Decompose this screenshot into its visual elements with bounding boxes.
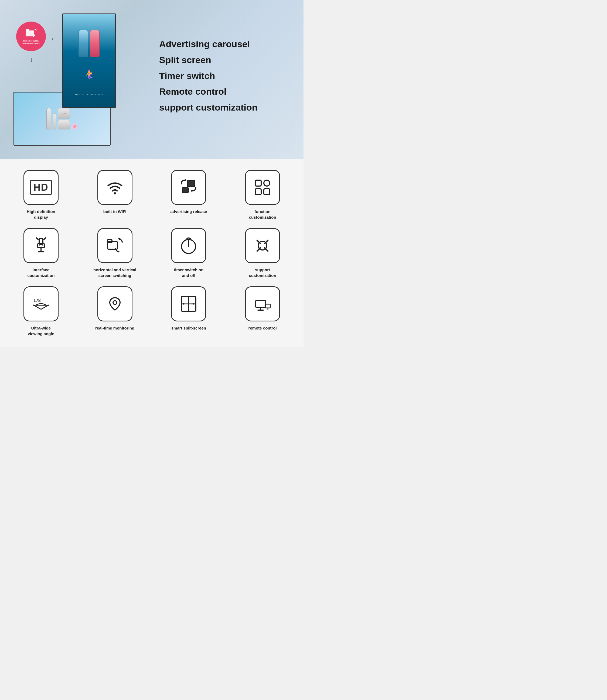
svg-line-34 bbox=[34, 305, 41, 309]
item-interface: interfacecustomization bbox=[5, 228, 77, 278]
svg-rect-11 bbox=[255, 189, 261, 195]
hd-text: HD bbox=[30, 180, 52, 195]
svg-rect-9 bbox=[255, 180, 261, 186]
rotation-icon: screen rotation/orientation switch bbox=[16, 22, 46, 51]
label-advertising: advertising release bbox=[170, 209, 207, 214]
item-hd-display: HD High-definitiondisplay bbox=[5, 170, 77, 220]
cosmetic-jar: Q10 bbox=[58, 108, 70, 119]
item-advertising: advertising release bbox=[153, 170, 225, 220]
svg-point-39 bbox=[113, 301, 117, 304]
item-screen-switch: horizontal and verticalscreen switching bbox=[79, 228, 150, 278]
svg-rect-12 bbox=[264, 189, 270, 195]
monitoring-icon bbox=[105, 294, 124, 313]
icon-split bbox=[171, 286, 206, 322]
label-screen-switch: horizontal and verticalscreen switching bbox=[93, 267, 136, 278]
wifi-icon bbox=[105, 178, 124, 197]
bottle-blue bbox=[79, 30, 88, 57]
svg-marker-7 bbox=[185, 179, 187, 181]
label-hd-display: High-definitiondisplay bbox=[27, 209, 55, 220]
svg-rect-1 bbox=[26, 29, 29, 31]
arrow-down: ↓ bbox=[30, 55, 34, 64]
svg-point-32 bbox=[264, 243, 266, 244]
svg-line-14 bbox=[37, 238, 38, 239]
remote-icon bbox=[253, 294, 272, 313]
item-monitoring: real-time monitoring bbox=[79, 286, 150, 336]
rotation-symbol bbox=[26, 28, 37, 39]
icon-hd-display: HD bbox=[23, 170, 59, 205]
svg-rect-5 bbox=[187, 181, 195, 187]
top-section: screen rotation/orientation switch → 🧜‍♀… bbox=[0, 0, 304, 159]
label-viewing: Ultra-wideviewing angle bbox=[28, 325, 54, 336]
rotation-label: screen rotation/orientation switch bbox=[22, 40, 40, 45]
icon-remote bbox=[245, 286, 280, 322]
top-left-visual: screen rotation/orientation switch → 🧜‍♀… bbox=[8, 11, 148, 146]
timer-icon bbox=[179, 236, 198, 255]
label-monitoring: real-time monitoring bbox=[95, 325, 134, 331]
svg-line-15 bbox=[44, 238, 46, 239]
svg-text:178°: 178° bbox=[34, 298, 42, 303]
svg-marker-49 bbox=[182, 303, 184, 305]
svg-rect-0 bbox=[26, 30, 34, 37]
svg-marker-47 bbox=[188, 298, 189, 299]
label-wifi: built-in WIFI bbox=[103, 209, 127, 214]
label-remote: remote control bbox=[249, 325, 277, 331]
cosmetic-jar-2 bbox=[58, 120, 70, 129]
icon-monitoring bbox=[98, 286, 132, 322]
label-split: smart split-screen bbox=[171, 325, 206, 331]
flower-icon: 🌸 bbox=[71, 123, 78, 129]
support-icon bbox=[253, 236, 272, 255]
feature-3: Timer switch bbox=[159, 70, 295, 82]
bottle-pink bbox=[90, 30, 100, 57]
feature-1: Advertising carousel bbox=[159, 39, 295, 50]
item-viewing: 178° Ultra-wideviewing angle bbox=[5, 286, 77, 336]
item-wifi: built-in WIFI bbox=[79, 170, 150, 220]
svg-line-35 bbox=[41, 305, 48, 309]
icon-function bbox=[245, 170, 280, 205]
svg-rect-10 bbox=[264, 180, 270, 186]
svg-rect-6 bbox=[182, 188, 188, 193]
aquatic-text: AQUATIC LINE COLLECTION bbox=[75, 94, 103, 95]
feature-4: Remote control bbox=[159, 86, 295, 97]
icon-screen-switch bbox=[98, 228, 132, 263]
svg-marker-48 bbox=[188, 309, 189, 310]
svg-point-4 bbox=[114, 192, 116, 194]
svg-marker-8 bbox=[190, 190, 192, 192]
item-function: functioncustomization bbox=[227, 170, 298, 220]
icon-support bbox=[245, 228, 280, 263]
label-support: supportcustomization bbox=[249, 267, 276, 278]
svg-marker-50 bbox=[193, 303, 195, 305]
feature-list: Advertising carousel Split screen Timer … bbox=[159, 39, 295, 113]
svg-point-30 bbox=[264, 247, 266, 248]
icon-interface bbox=[23, 228, 59, 263]
item-timer: timer switch onand off bbox=[153, 228, 225, 278]
icon-timer bbox=[171, 228, 206, 263]
icon-grid: HD High-definitiondisplay built-in WIFI bbox=[5, 170, 298, 336]
arrow-right: → bbox=[47, 35, 55, 43]
viewing-icon: 178° bbox=[32, 294, 50, 313]
icon-wifi bbox=[98, 170, 132, 205]
feature-2: Split screen bbox=[159, 54, 295, 66]
item-split: smart split-screen bbox=[153, 286, 225, 336]
svg-rect-51 bbox=[256, 300, 266, 307]
advertising-icon bbox=[179, 178, 198, 197]
vertical-screen: 🧜‍♀️ AQUATIC LINE COLLECTION bbox=[62, 14, 116, 108]
bottom-section: HD High-definitiondisplay built-in WIFI bbox=[0, 159, 304, 347]
item-support: supportcustomization bbox=[227, 228, 298, 278]
cosmetic-tube-1 bbox=[46, 108, 51, 129]
svg-point-29 bbox=[259, 243, 261, 244]
feature-5: support customization bbox=[159, 102, 295, 113]
split-icon bbox=[179, 294, 198, 313]
cosmetic-tube-2 bbox=[53, 113, 56, 129]
icon-advertising bbox=[171, 170, 206, 205]
mermaid-icon: 🧜‍♀️ bbox=[84, 69, 94, 79]
svg-point-31 bbox=[259, 247, 261, 248]
item-remote: remote control bbox=[227, 286, 298, 336]
cosmetic-items: Q10 🌸 bbox=[46, 108, 78, 129]
label-timer: timer switch onand off bbox=[174, 267, 204, 278]
svg-rect-54 bbox=[266, 304, 270, 308]
icon-viewing: 178° bbox=[23, 286, 59, 322]
screen-switch-icon bbox=[105, 236, 124, 255]
label-interface: interfacecustomization bbox=[27, 267, 55, 278]
label-function: functioncustomization bbox=[249, 209, 276, 220]
function-icon bbox=[253, 178, 272, 197]
